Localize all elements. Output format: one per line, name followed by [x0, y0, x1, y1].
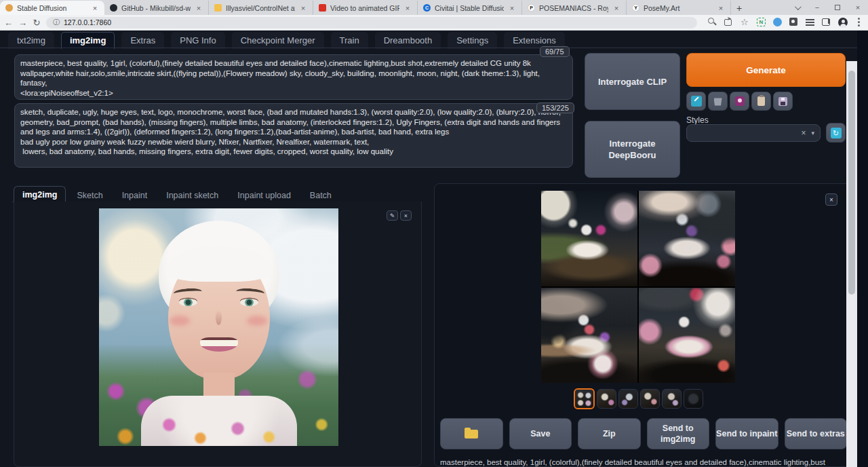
browser-menu-icon[interactable]	[854, 18, 864, 27]
image-tool-buttons: ✎ ×	[387, 210, 412, 221]
reload-button[interactable]: ↻	[33, 18, 41, 28]
back-button[interactable]: ←	[4, 18, 13, 28]
tab-img2img[interactable]: img2img	[61, 32, 115, 49]
interrogate-deepbooru-button[interactable]: Interrogate DeepBooru	[585, 121, 680, 178]
tab-close-icon[interactable]: ×	[299, 4, 307, 12]
tab-txt2img[interactable]: txt2img	[8, 32, 54, 49]
tab-close-icon[interactable]: ×	[195, 4, 203, 12]
prompt-textarea[interactable]: masterpiece, best quality, 1girl, (color…	[14, 54, 573, 100]
portrait-neck	[203, 373, 235, 396]
send-to-extras-button[interactable]: Send to extras	[785, 418, 848, 449]
gallery-thumb[interactable]	[618, 389, 638, 409]
refresh-styles-button[interactable]: ↻	[826, 123, 846, 143]
extra-networks-icon	[735, 96, 745, 106]
send-to-img2img-button[interactable]: Send to img2img	[647, 418, 710, 449]
page-scrollbar[interactable]	[846, 61, 857, 467]
maximize-button[interactable]	[827, 0, 848, 15]
gallery-close-icon[interactable]: ×	[825, 193, 837, 206]
remove-image-icon[interactable]: ×	[400, 210, 412, 221]
tab-checkpoint-merger[interactable]: Checkpoint Merger	[232, 32, 324, 49]
floppy-save-icon	[778, 97, 787, 106]
paste-params-icon	[691, 96, 702, 107]
tab-close-icon[interactable]: ×	[717, 4, 725, 12]
browser-tab-stable-diffusion[interactable]: Stable Diffusion ×	[0, 1, 104, 15]
tabs-divider	[0, 48, 857, 48]
portrait-blush	[247, 316, 267, 326]
source-image-panel: ✎ × Copy image to: img2img sketch inpain…	[14, 202, 422, 467]
tab-close-icon[interactable]: ×	[91, 4, 99, 12]
result-image-4[interactable]	[639, 288, 735, 384]
tab-dreambooth[interactable]: Dreambooth	[375, 32, 441, 49]
edit-image-icon[interactable]: ✎	[387, 210, 398, 221]
extensions-puzzle-icon[interactable]	[789, 18, 799, 27]
scrollbar-thumb[interactable]	[848, 71, 855, 295]
result-image-2[interactable]	[639, 191, 735, 286]
save-style-button[interactable]	[773, 92, 793, 111]
zip-button[interactable]: Zip	[578, 418, 641, 449]
browser-tab-github[interactable]: GitHub - Mikubill/sd-webui-con ×	[104, 1, 209, 15]
negative-prompt-textarea[interactable]: sketch, duplicate, ugly, huge eyes, text…	[14, 103, 573, 168]
extension-n-icon[interactable]: N	[757, 18, 766, 27]
gallery-thumb[interactable]	[640, 389, 660, 409]
browser-toolbar: ← → ↻ ⓘ 127.0.0.1:7860 ☆ N	[0, 15, 868, 31]
side-panel-icon[interactable]	[822, 18, 831, 27]
reading-list-icon[interactable]	[806, 18, 815, 27]
results-panel: × Save Zip Send to img2img Send to	[434, 183, 854, 467]
folder-icon	[465, 430, 478, 438]
browser-tab-civitai[interactable]: C Civitai | Stable Diffusion models ×	[418, 1, 522, 15]
tab-png-info[interactable]: PNG Info	[171, 32, 224, 49]
forward-button[interactable]: →	[18, 18, 27, 28]
share-icon[interactable]	[724, 18, 734, 27]
browser-tab-posemyart[interactable]: Y PoseMy.Art ×	[627, 1, 731, 15]
source-image[interactable]	[99, 208, 338, 446]
tab-search-icon[interactable]	[787, 0, 807, 15]
bookmark-star-icon[interactable]: ☆	[741, 18, 750, 27]
zoom-icon[interactable]	[708, 18, 717, 27]
screen: Stable Diffusion × GitHub - Mikubill/sd-…	[0, 0, 868, 467]
chevron-down-icon[interactable]: ▾	[811, 130, 814, 136]
interrogate-clip-button[interactable]: Interrogate CLIP	[585, 53, 680, 110]
save-button[interactable]: Save	[509, 418, 572, 449]
browser-tab-controlnet[interactable]: Illyasviel/ControlNet at main ×	[209, 1, 313, 15]
tab-extras[interactable]: Extras	[121, 32, 164, 49]
url-bar[interactable]: ⓘ 127.0.0.1:7860	[46, 17, 697, 29]
result-image-3[interactable]	[541, 288, 637, 384]
result-image-grid[interactable]	[541, 191, 735, 383]
portrait-blush	[170, 316, 190, 326]
clear-prompt-button[interactable]	[708, 92, 728, 111]
gallery-thumb[interactable]	[597, 389, 616, 409]
result-image-1[interactable]	[541, 191, 637, 286]
gallery-thumb[interactable]	[684, 389, 703, 409]
gallery-buttons: Save Zip Send to img2img Send to inpaint…	[440, 418, 847, 449]
github-favicon	[110, 4, 117, 12]
styles-dropdown[interactable]: × ▾	[686, 124, 821, 142]
new-tab-button[interactable]: +	[731, 1, 747, 15]
apply-style-button[interactable]	[751, 92, 771, 111]
tab-close-icon[interactable]: ×	[612, 4, 620, 12]
extra-networks-button[interactable]	[730, 92, 749, 111]
tab-close-icon[interactable]: ×	[508, 4, 516, 12]
civitai-favicon: C	[423, 4, 431, 12]
gallery-thumb-selected[interactable]	[574, 388, 595, 409]
tab-settings[interactable]: Settings	[448, 32, 497, 49]
profile-avatar[interactable]	[838, 18, 848, 27]
send-to-inpaint-button[interactable]: Send to inpaint	[715, 418, 778, 449]
site-info-icon[interactable]: ⓘ	[53, 18, 60, 27]
tab-train[interactable]: Train	[331, 32, 368, 49]
open-folder-button[interactable]	[440, 418, 503, 449]
portrait-eye	[179, 299, 197, 306]
minimize-button[interactable]: −	[807, 0, 827, 15]
generate-button[interactable]: Generate	[686, 53, 846, 87]
refresh-icon: ↻	[831, 128, 842, 138]
extension-blue-icon[interactable]	[773, 18, 783, 27]
tab-close-icon[interactable]: ×	[403, 4, 412, 12]
gallery-thumbnails	[574, 388, 703, 409]
close-window-button[interactable]: ×	[848, 0, 868, 15]
browser-tab-gif-converter[interactable]: Video to animated GIF converter ×	[313, 1, 418, 15]
prompt-tool-row	[686, 92, 793, 111]
styles-clear-icon[interactable]: ×	[801, 128, 806, 138]
gallery-thumb[interactable]	[662, 389, 682, 409]
clipboard-icon	[757, 96, 765, 106]
browser-tab-posemaniacs[interactable]: P POSEMANIACS - Royalty free 3 ×	[522, 1, 627, 15]
paste-params-button[interactable]	[686, 92, 706, 111]
